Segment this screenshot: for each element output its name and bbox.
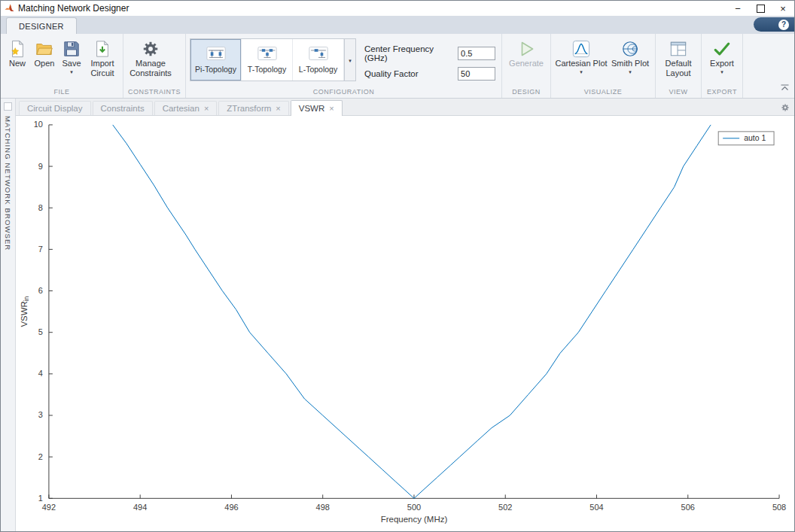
tab-options-gear-icon[interactable] (781, 102, 790, 115)
smith-plot-label: Smith Plot (611, 59, 649, 68)
open-button-label: Open (35, 59, 55, 68)
cartesian-plot-label: Cartesian Plot (555, 59, 607, 68)
generate-button[interactable]: Generate (505, 36, 547, 68)
save-caret-icon: ▾ (70, 69, 73, 74)
titlebar: Matching Network Designer − × (1, 1, 794, 16)
smith-plot-icon (621, 38, 639, 59)
window-title: Matching Network Designer (18, 3, 129, 14)
svg-text:502: 502 (498, 503, 512, 512)
import-circuit-icon (93, 38, 111, 59)
l-topology-button[interactable]: L-Topology (293, 39, 344, 81)
doc-tab-cartesian[interactable]: Cartesian × (154, 101, 218, 115)
gear-icon (142, 38, 160, 59)
t-topology-button[interactable]: T-Topology (242, 39, 293, 81)
ribbon-group-visualize: Cartesian Plot ▾ Smith Plot ▾ VISUALIZE (551, 34, 656, 98)
close-tab-icon[interactable]: × (204, 104, 209, 113)
close-tab-icon[interactable]: × (276, 104, 280, 113)
save-floppy-icon (62, 38, 81, 59)
doc-tab-label: VSWR (299, 104, 325, 113)
open-folder-icon (35, 38, 53, 59)
svg-text:498: 498 (316, 503, 330, 512)
maximize-button[interactable] (749, 1, 772, 16)
svg-text:7: 7 (38, 245, 43, 254)
smith-plot-caret-icon: ▾ (629, 69, 632, 74)
tab-designer[interactable]: DESIGNER (6, 17, 77, 34)
generate-play-icon (516, 38, 536, 59)
svg-text:9: 9 (38, 162, 43, 171)
doc-tab-ztransform[interactable]: ZTransform × (218, 101, 288, 115)
l-topology-label: L-Topology (299, 65, 337, 74)
ribbon-group-export: Export ▾ EXPORT (702, 34, 743, 98)
matlab-logo-icon (5, 2, 14, 15)
center-frequency-input[interactable] (458, 47, 495, 60)
group-label-export: EXPORT (705, 87, 739, 98)
generate-label: Generate (509, 59, 544, 68)
svg-text:4: 4 (38, 369, 43, 378)
minimize-button[interactable]: − (726, 1, 749, 16)
group-label-constraints: CONSTRAINTS (126, 87, 182, 98)
manage-constraints-button[interactable]: Manage Constraints (126, 36, 175, 78)
app-window: Matching Network Designer − × DESIGNER ?… (0, 0, 795, 532)
ribbon-group-design: Generate DESIGN (502, 34, 551, 98)
vswr-chart: 49249449649850050250450650812345678910Fr… (16, 116, 794, 531)
svg-text:1: 1 (38, 494, 43, 503)
svg-text:VSWRin: VSWRin (20, 296, 31, 327)
group-label-configuration: CONFIGURATION (189, 87, 498, 98)
browser-panel-title: MATCHING NETWORK BROWSER (4, 116, 12, 251)
svg-text:Frequency (MHz): Frequency (MHz) (381, 515, 448, 524)
topology-gallery: Pi-Topology T-Topology L-Topology (190, 38, 356, 81)
ribbon-toolbar: New Open Save ▾ (1, 34, 794, 99)
quality-factor-input[interactable] (458, 67, 495, 81)
open-button[interactable]: Open (31, 36, 58, 68)
close-button[interactable]: × (772, 1, 794, 16)
new-document-icon (8, 38, 26, 59)
document-tab-bar: Circuit Display Constraints Cartesian × … (16, 99, 794, 116)
save-button[interactable]: Save ▾ (58, 36, 85, 74)
svg-text:3: 3 (38, 411, 43, 420)
export-label: Export (710, 59, 734, 68)
main-area: MATCHING NETWORK BROWSER Circuit Display… (1, 99, 794, 531)
matching-network-browser-panel[interactable]: MATCHING NETWORK BROWSER (1, 99, 16, 531)
new-button[interactable]: New (4, 36, 31, 68)
export-check-icon (713, 38, 731, 59)
import-circuit-button[interactable]: Import Circuit (85, 36, 120, 78)
cartesian-plot-caret-icon: ▾ (580, 69, 583, 74)
new-button-label: New (9, 59, 26, 68)
pi-topology-icon (206, 47, 226, 62)
panel-grip-icon (4, 102, 12, 111)
doc-tab-label: Cartesian (163, 104, 200, 113)
vswr-plot: 49249449649850050250450650812345678910Fr… (16, 116, 794, 531)
svg-text:5: 5 (38, 327, 43, 336)
cartesian-plot-button[interactable]: Cartesian Plot ▾ (554, 36, 608, 74)
svg-text:494: 494 (133, 503, 147, 512)
close-tab-icon[interactable]: × (329, 104, 334, 113)
help-icon: ? (778, 20, 789, 30)
t-topology-icon (257, 47, 277, 62)
svg-text:10: 10 (34, 120, 43, 129)
center-frequency-label: Center Frequency (GHz) (364, 44, 458, 62)
topology-gallery-dropdown-button[interactable]: ▾ (344, 39, 355, 81)
ribbon-group-view: Default Layout VIEW (656, 34, 702, 98)
group-label-design: DESIGN (505, 87, 547, 98)
svg-text:508: 508 (772, 503, 786, 512)
doc-tab-vswr[interactable]: VSWR × (291, 100, 343, 116)
svg-text:504: 504 (589, 503, 603, 512)
svg-text:496: 496 (224, 503, 238, 512)
pi-topology-button[interactable]: Pi-Topology (190, 39, 242, 81)
svg-text:506: 506 (681, 503, 695, 512)
export-button[interactable]: Export ▾ (705, 36, 739, 74)
doc-tab-constraints[interactable]: Constraints (93, 101, 153, 115)
smith-plot-button[interactable]: Smith Plot ▾ (608, 36, 652, 74)
ribbon-group-file: New Open Save ▾ (1, 34, 123, 98)
svg-text:2: 2 (38, 452, 43, 461)
configuration-params: Center Frequency (GHz) Quality Factor (358, 36, 498, 81)
manage-constraints-label: Manage Constraints (126, 59, 175, 78)
collapse-ribbon-button[interactable] (781, 81, 789, 94)
default-layout-button[interactable]: Default Layout (659, 36, 698, 78)
help-button[interactable]: ? (754, 17, 794, 32)
default-layout-label: Default Layout (659, 59, 698, 78)
doc-tab-label: Constraints (101, 104, 145, 113)
cartesian-plot-icon (572, 38, 590, 59)
doc-tab-circuit-display[interactable]: Circuit Display (19, 101, 91, 115)
ribbon-tabstrip: DESIGNER ? (1, 16, 794, 34)
